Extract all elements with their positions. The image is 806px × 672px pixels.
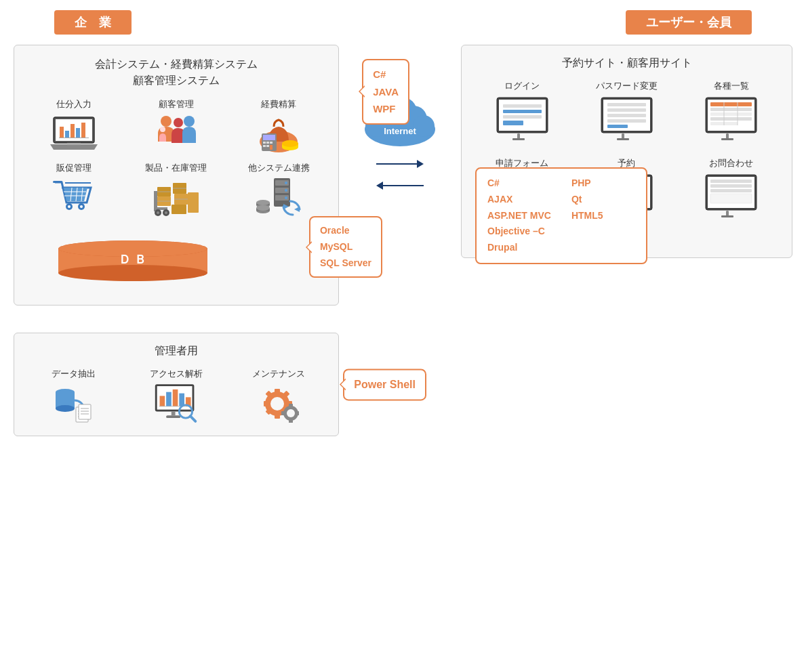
enterprise-item-2: 経費精算 <box>230 98 327 152</box>
monitor-login <box>493 96 551 146</box>
svg-rect-88 <box>607 114 646 117</box>
svg-line-180 <box>190 417 196 422</box>
enterprise-item-0: 仕分入力 <box>25 98 122 152</box>
svg-rect-150 <box>710 180 752 183</box>
warehouse-icon <box>152 178 201 216</box>
svg-rect-151 <box>710 184 752 188</box>
svg-rect-153 <box>710 194 752 203</box>
svg-rect-77 <box>503 104 542 108</box>
admin-box: 管理者用 データ抽出 <box>14 333 339 436</box>
svg-point-82 <box>517 133 520 135</box>
svg-marker-8 <box>50 144 98 150</box>
svg-rect-165 <box>79 404 91 419</box>
svg-rect-26 <box>65 182 91 184</box>
svg-rect-48 <box>188 192 199 213</box>
svg-rect-21 <box>266 142 269 144</box>
svg-point-13 <box>160 127 165 132</box>
arrow-right <box>376 160 424 168</box>
enterprise-box: 会計システム・経費精算システム 顧客管理システム C# JAVA WPF 仕分入… <box>14 45 339 306</box>
svg-rect-98 <box>710 112 752 116</box>
svg-point-62 <box>256 200 270 205</box>
svg-rect-31 <box>53 181 62 183</box>
user-header: ユーザー・会員 <box>626 10 752 35</box>
svg-rect-4 <box>70 124 75 138</box>
svg-rect-90 <box>607 125 628 128</box>
svg-rect-22 <box>270 142 273 144</box>
svg-rect-23 <box>263 145 266 147</box>
monitor-contact <box>702 173 760 224</box>
svg-point-57 <box>285 182 287 184</box>
monitor-list <box>702 96 760 146</box>
svg-rect-156 <box>721 215 733 217</box>
user-item-list: 各種一覧 <box>682 80 781 146</box>
enterprise-item-1: 顧客管理 <box>127 98 224 152</box>
svg-rect-19 <box>263 135 275 140</box>
svg-rect-25 <box>270 145 273 150</box>
analytics-icon <box>152 384 201 422</box>
svg-point-65 <box>256 205 270 211</box>
enterprise-tech-callout: C# JAVA WPF <box>362 59 409 125</box>
svg-point-59 <box>285 196 287 199</box>
svg-marker-66 <box>294 207 300 212</box>
svg-point-104 <box>726 133 729 135</box>
svg-rect-105 <box>721 138 733 140</box>
user-item-contact: お問合わせ <box>682 157 781 224</box>
db-label: Ｄ Ｂ <box>58 251 207 268</box>
svg-point-155 <box>726 211 729 212</box>
svg-rect-87 <box>607 108 646 112</box>
svg-rect-178 <box>166 416 180 419</box>
svg-rect-7 <box>59 138 89 138</box>
svg-point-182 <box>270 397 284 411</box>
admin-grid: データ抽出 <box>25 368 327 422</box>
svg-rect-184 <box>275 413 280 419</box>
svg-rect-152 <box>710 189 752 192</box>
admin-item-analytics: アクセス解析 <box>127 368 224 422</box>
svg-point-40 <box>157 211 159 214</box>
svg-point-30 <box>80 205 83 208</box>
svg-rect-78 <box>503 110 542 113</box>
database-extract-icon <box>49 384 98 422</box>
svg-rect-195 <box>281 411 285 415</box>
people-icon <box>152 114 201 152</box>
monitor-password <box>598 96 656 146</box>
svg-rect-185 <box>264 401 269 406</box>
svg-point-159 <box>56 405 75 412</box>
enterprise-item-3: 販促管理 <box>25 162 122 216</box>
svg-rect-47 <box>172 205 186 214</box>
svg-rect-194 <box>289 419 293 423</box>
svg-rect-99 <box>710 117 752 121</box>
arrow-left <box>376 182 424 190</box>
svg-point-10 <box>161 116 172 127</box>
svg-point-92 <box>622 133 624 135</box>
svg-point-58 <box>285 189 287 192</box>
enterprise-header: 企 業 <box>54 10 132 35</box>
svg-rect-79 <box>503 115 542 119</box>
enterprise-item-4: 製品・在庫管理 <box>127 162 224 216</box>
svg-rect-97 <box>710 108 752 111</box>
admin-tech-callout: Power Shell <box>343 369 426 400</box>
svg-rect-96 <box>710 102 752 106</box>
svg-rect-89 <box>607 119 646 123</box>
user-title: 予約サイト・顧客用サイト <box>472 56 781 70</box>
svg-rect-172 <box>166 392 172 406</box>
user-item-password: パスワード変更 <box>577 80 676 146</box>
svg-rect-24 <box>266 145 269 147</box>
admin-title: 管理者用 <box>25 344 327 358</box>
svg-rect-193 <box>289 404 293 407</box>
cart-icon <box>49 178 98 216</box>
svg-point-11 <box>174 118 183 127</box>
svg-rect-173 <box>173 390 178 406</box>
laptop-icon <box>49 114 98 152</box>
svg-point-17 <box>282 140 298 147</box>
svg-rect-80 <box>503 121 523 125</box>
svg-rect-6 <box>81 123 85 138</box>
svg-rect-86 <box>607 103 646 106</box>
db-tech-callout: Oracle MySQL SQL Server <box>309 216 382 278</box>
svg-rect-9 <box>67 143 81 145</box>
svg-rect-177 <box>172 412 176 416</box>
user-tech-callout: C#AJAXASP.NET MVCObjective –CDrupal PHPQ… <box>475 167 647 264</box>
svg-rect-183 <box>275 389 280 394</box>
user-box: 予約サイト・顧客用サイト ログイン <box>461 45 792 258</box>
svg-rect-196 <box>296 411 299 415</box>
enterprise-title: 会計システム・経費精算システム 顧客管理システム <box>25 56 327 89</box>
